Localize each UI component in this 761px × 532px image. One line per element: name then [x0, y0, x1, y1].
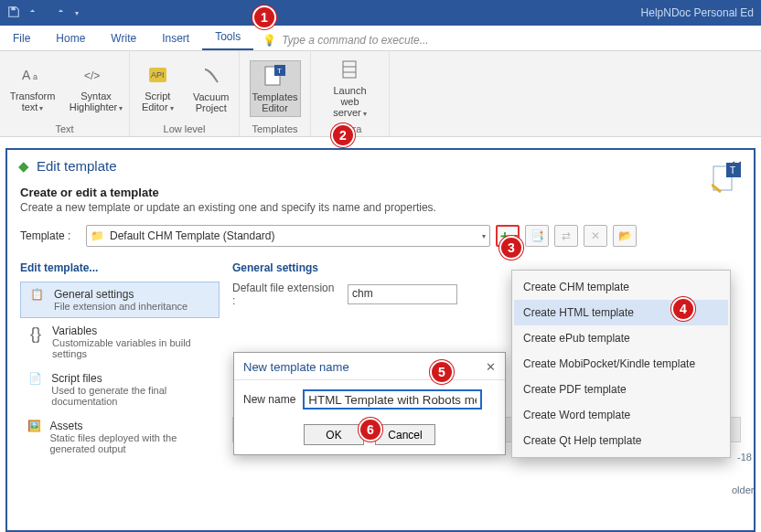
- chevron-down-icon: ▾: [482, 232, 486, 240]
- svg-text:A: A: [22, 68, 31, 82]
- sidebar-title: Edit template...: [20, 261, 220, 274]
- menu-create-epub[interactable]: Create ePub template: [514, 325, 728, 351]
- svg-text:a: a: [33, 72, 38, 81]
- rename-icon: ⇄: [562, 229, 571, 242]
- assets-icon: 🖼️: [27, 420, 41, 454]
- callout-5: 5: [430, 360, 454, 384]
- tab-home[interactable]: Home: [43, 27, 98, 50]
- ext-label: Default file extension :: [232, 282, 340, 307]
- menu-create-mobi[interactable]: Create MobiPocket/Kindle template: [514, 351, 728, 377]
- open-folder-button[interactable]: 📂: [613, 225, 637, 247]
- menu-create-html[interactable]: Create HTML template: [514, 300, 728, 325]
- ribbon: Aa Transform text▾ </> Syntax Highlighte…: [0, 51, 761, 137]
- template-combobox[interactable]: 📁 Default CHM Template (Standard) ▾: [86, 225, 490, 247]
- callout-3: 3: [499, 236, 523, 260]
- app-title: HelpNDoc Personal Ed: [641, 6, 754, 19]
- menu-create-word[interactable]: Create Word template: [514, 402, 728, 428]
- callout-6: 6: [359, 418, 382, 442]
- transform-text-button[interactable]: Aa Transform text▾: [7, 63, 58, 114]
- panel-heading: Create or edit a template: [20, 186, 741, 199]
- svg-rect-0: [11, 6, 15, 10]
- dialog-title: New template name: [243, 360, 349, 374]
- menu-create-pdf[interactable]: Create PDF template: [514, 377, 728, 402]
- tab-insert[interactable]: Insert: [149, 27, 202, 50]
- templates-editor-button[interactable]: T Templates Editor: [250, 60, 301, 117]
- rename-template-button[interactable]: ⇄: [554, 225, 578, 247]
- tab-file[interactable]: File: [0, 27, 43, 50]
- title-bar: ▾ HelpNDoc Personal Ed: [0, 0, 761, 26]
- vacuum-project-button[interactable]: Vacuum Project: [191, 64, 232, 113]
- folder-open-icon: 📂: [618, 229, 632, 242]
- sidebar-item-scripts[interactable]: 📄 Script filesUsed to generate the final…: [20, 366, 220, 413]
- script-editor-button[interactable]: API Script Editor▾: [137, 63, 178, 114]
- svg-text:T: T: [277, 67, 282, 75]
- svg-text:</>: </>: [84, 69, 100, 82]
- folder-icon: 📁: [91, 229, 104, 242]
- new-name-label: New name: [243, 393, 295, 406]
- braces-icon: {}: [30, 325, 41, 359]
- script-icon: 📄: [28, 372, 42, 407]
- panel-subheading: Create a new template or update an exist…: [20, 201, 741, 214]
- template-label: Template :: [20, 229, 80, 242]
- redo-icon[interactable]: [51, 5, 64, 21]
- tab-write[interactable]: Write: [98, 27, 149, 50]
- duplicate-template-button[interactable]: 📑: [525, 225, 549, 247]
- dialog-close-icon[interactable]: ✕: [486, 360, 496, 374]
- template-panel-icon: ◆: [18, 158, 29, 175]
- delete-template-button[interactable]: ✕: [584, 225, 607, 247]
- menu-bar: File Home Write Insert Tools 💡 Type a co…: [0, 26, 761, 51]
- new-name-input[interactable]: [303, 389, 482, 410]
- svg-text:T: T: [730, 165, 735, 176]
- tell-me-box[interactable]: 💡 Type a command to execute...: [257, 30, 434, 50]
- svg-rect-7: [343, 61, 356, 78]
- create-template-menu: Create CHM template Create HTML template…: [511, 270, 731, 458]
- sidebar-item-general[interactable]: 📋 General settingsFile extension and inh…: [20, 282, 220, 318]
- sidebar-item-variables[interactable]: {} VariablesCustomizable variables in bu…: [20, 318, 220, 366]
- background-fragment-b: older: [732, 484, 754, 495]
- copy-icon: 📑: [531, 229, 544, 242]
- undo-icon[interactable]: [29, 5, 42, 21]
- background-fragment-a: -18: [737, 452, 752, 463]
- cancel-button[interactable]: Cancel: [375, 424, 435, 445]
- tab-tools[interactable]: Tools: [202, 25, 253, 50]
- settings-icon: 📋: [30, 288, 44, 312]
- launch-web-server-button[interactable]: Launch web server▾: [325, 58, 376, 120]
- callout-4: 4: [671, 297, 695, 321]
- syntax-highlighter-button[interactable]: </> Syntax Highlighter▾: [70, 63, 122, 114]
- template-large-icon: T: [712, 163, 743, 197]
- ok-button[interactable]: OK: [304, 424, 364, 445]
- delete-icon: ✕: [591, 229, 600, 242]
- menu-create-qthelp[interactable]: Create Qt Help template: [514, 428, 728, 453]
- save-icon[interactable]: [7, 5, 20, 21]
- sidebar-item-assets[interactable]: 🖼️ AssetsStatic files deployed with the …: [20, 413, 220, 461]
- ext-input[interactable]: chm: [348, 284, 457, 304]
- panel-title: Edit template: [37, 158, 117, 174]
- callout-2: 2: [331, 123, 355, 147]
- menu-create-chm[interactable]: Create CHM template: [514, 274, 728, 300]
- lightbulb-icon: 💡: [263, 34, 276, 47]
- callout-1: 1: [252, 5, 276, 29]
